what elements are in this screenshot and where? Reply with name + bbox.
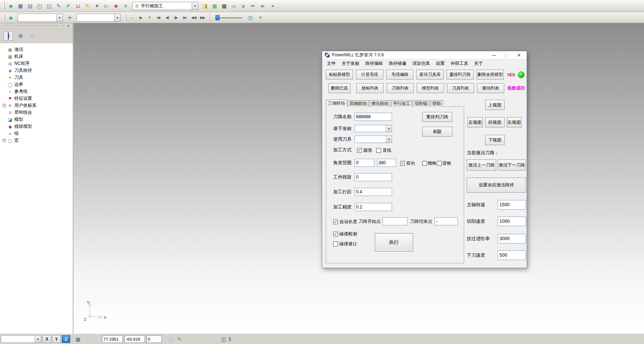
feedrate-icon[interactable]: ✎ xyxy=(54,2,63,10)
tree-item[interactable]: ≈ 参考线 xyxy=(3,88,72,95)
toolpath-list-icon[interactable]: ≡ xyxy=(121,2,130,10)
tree-expander[interactable]: + xyxy=(3,139,6,142)
tool-axis-icon[interactable]: ⊔ xyxy=(74,2,82,10)
chevron-down-icon[interactable]: ▾ xyxy=(192,2,198,10)
tree-expander[interactable] xyxy=(3,97,6,100)
right-view-button[interactable]: 右视图 xyxy=(507,117,522,127)
fast-forward-button[interactable]: ▶▶ xyxy=(199,14,206,21)
toolbar-grip[interactable] xyxy=(125,14,127,21)
tree-item[interactable]: + ✛ 用户坐标系 xyxy=(3,102,72,109)
toolbar-grip[interactable] xyxy=(208,14,210,21)
toolbar-close-button[interactable]: × xyxy=(270,3,276,9)
panel-close-icon[interactable]: × xyxy=(66,24,71,28)
axis-z-button[interactable]: Z xyxy=(62,335,70,343)
tree-expander[interactable] xyxy=(3,76,6,79)
world-view-icon[interactable]: ⊕ xyxy=(16,31,25,41)
tree-item[interactable]: ◎ NC程序 xyxy=(3,60,72,67)
activate-prev-toolpath-button[interactable]: 激活上一刀路 xyxy=(467,159,496,171)
tree-item[interactable]: ⚑ 特征设置 xyxy=(3,95,72,102)
toolbar-grip[interactable] xyxy=(3,2,5,10)
method-circle-checkbox[interactable]: 圆形 xyxy=(357,147,372,154)
panel-grip[interactable] xyxy=(4,25,59,27)
menu-item[interactable]: 关于坐标 xyxy=(339,60,362,67)
pattern-icon[interactable]: ✦ xyxy=(93,2,101,10)
tree-item[interactable]: + ▢ 宏 xyxy=(3,137,72,144)
coordinate-list-icon[interactable]: ∷ xyxy=(167,335,175,343)
simulation-speed-slider[interactable] xyxy=(215,14,243,21)
checkbox-icon[interactable] xyxy=(437,161,442,166)
checkbox-icon[interactable] xyxy=(400,161,405,166)
toolbar-grip[interactable] xyxy=(3,14,5,21)
monitor-icon[interactable]: ◫ xyxy=(220,335,227,343)
chevron-down-icon[interactable]: ▾ xyxy=(56,14,63,21)
set-active-path-button[interactable]: 设置当前激活路径 xyxy=(467,178,526,193)
toolpath-name-input[interactable] xyxy=(355,113,392,121)
statusbar-dropdown[interactable]: ▾ xyxy=(1,335,41,343)
clamp-icon[interactable]: ⊎ xyxy=(239,2,248,10)
tree-item[interactable]: ✦ 刀具 xyxy=(3,74,72,81)
step-forward-button[interactable]: |▶ xyxy=(172,14,180,21)
action-button[interactable]: 删除全部模型 xyxy=(477,70,504,80)
tool-select[interactable]: ▾ xyxy=(355,136,392,143)
tab-three-axis[interactable]: 三轴联动 xyxy=(326,99,347,107)
menu-item[interactable]: 路径编辑 xyxy=(362,60,386,67)
y-coordinate-field[interactable] xyxy=(124,335,145,343)
checkbox-icon[interactable] xyxy=(333,232,338,236)
top-view-button[interactable]: 上视图 xyxy=(485,100,505,110)
left-view-button[interactable]: 左视图 xyxy=(467,117,483,127)
action-button[interactable]: 计算毛坯 xyxy=(356,70,383,80)
tree-item[interactable]: ▦ 机床 xyxy=(3,53,72,60)
axis-x-button[interactable]: X xyxy=(43,335,51,343)
tab-help[interactable]: 帮助 xyxy=(430,100,443,107)
minimize-button[interactable]: — xyxy=(489,53,499,58)
checkbox-icon[interactable] xyxy=(357,148,362,153)
cutting-speed-input[interactable] xyxy=(498,217,526,226)
rearrange-toolpath-button[interactable]: 重排列刀路 xyxy=(422,112,452,122)
tab-cutting-saw[interactable]: 切割锯 xyxy=(413,100,430,107)
play-button[interactable]: ▶ xyxy=(137,14,145,21)
toolbox-icon[interactable]: ◨ xyxy=(201,2,209,10)
step-to-end-button[interactable]: ▶| xyxy=(181,14,189,21)
shaded-view-icon[interactable]: ▱ xyxy=(28,31,37,41)
print-icon[interactable]: ▤ xyxy=(26,2,34,10)
start-point-input[interactable] xyxy=(383,217,408,225)
menu-item[interactable]: 外部工具 xyxy=(448,60,471,67)
tree-item[interactable]: ▣ 激活 xyxy=(3,46,72,53)
skim-feed-input[interactable] xyxy=(498,234,526,243)
action-button[interactable]: 星河刀具库 xyxy=(416,70,444,80)
front-view-button[interactable]: 前视图 xyxy=(485,117,505,127)
tree-expander[interactable] xyxy=(3,118,6,121)
tree-expander[interactable] xyxy=(3,55,6,58)
action-button[interactable]: 驱动列表 xyxy=(477,83,504,93)
conventional-checkbox[interactable]: 逆铣 xyxy=(437,160,451,166)
simulation-table-icon[interactable]: ▦ xyxy=(210,2,219,10)
toolpath-edit-icon[interactable]: ✐ xyxy=(64,2,72,10)
tree-expander[interactable] xyxy=(3,69,6,72)
simulation-toolpath-dropdown[interactable]: ▾ xyxy=(18,14,63,22)
tolerance-input[interactable] xyxy=(355,203,392,211)
scissors-icon[interactable]: ✂ xyxy=(249,2,257,10)
leads-links-icon[interactable]: ✎ xyxy=(83,2,92,10)
close-button[interactable]: ✕ xyxy=(514,53,524,58)
tree-item[interactable]: ≡ 层和组合 xyxy=(3,109,72,116)
stock-input[interactable] xyxy=(355,173,392,181)
tab-parallel[interactable]: 平行加工 xyxy=(391,100,412,107)
tree-expander[interactable] xyxy=(3,90,6,93)
pause-button[interactable]: ‖ xyxy=(146,14,153,21)
z-coordinate-field[interactable] xyxy=(146,335,162,343)
simulation-toolbar-close-button[interactable]: × xyxy=(257,14,264,21)
viewmill-glasses-icon[interactable]: ∞ xyxy=(258,2,267,10)
paste-model-icon[interactable]: ◰ xyxy=(35,2,44,10)
simulation-clock-icon[interactable]: ◷ xyxy=(246,14,254,21)
auto-length-checkbox[interactable]: 自动长度 xyxy=(333,219,357,225)
tree-view-icon[interactable]: ┠ xyxy=(4,31,13,41)
menu-item[interactable]: 渲染仿真 xyxy=(409,60,433,67)
menu-item[interactable]: 设置 xyxy=(433,60,448,67)
probe-cursor-icon[interactable]: ✎ xyxy=(176,335,183,343)
tree-expander[interactable] xyxy=(3,132,6,135)
checkbox-icon[interactable] xyxy=(376,148,381,153)
collision-avoid-checkbox[interactable]: 碰撞避让 xyxy=(333,241,357,247)
tree-expander[interactable] xyxy=(3,125,6,128)
tree-item[interactable]: ◯ 边界 xyxy=(3,81,72,88)
panel-pin-icon[interactable]: ▫ xyxy=(61,24,66,28)
